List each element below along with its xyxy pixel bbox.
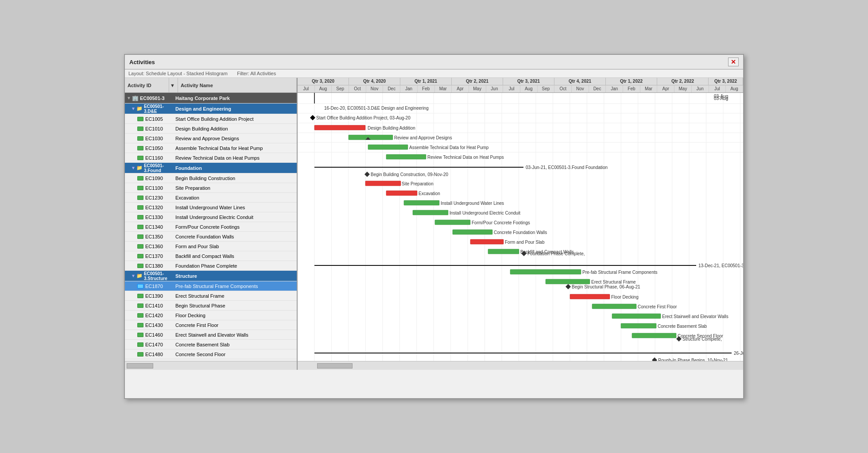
svg-text:Design Building Addition: Design Building Addition (368, 126, 415, 131)
list-item[interactable]: EC1870 Pre-fab Structural Frame Componen… (125, 281, 297, 291)
column-headers: Activity ID ▼ Activity Name (125, 78, 297, 93)
activity-list[interactable]: ▼ 🏢 EC00501-3 Haitang Corporate Park ▼ 📁… (125, 93, 297, 361)
svg-text:03-Jun-21, EC00501-3.Found  Fo: 03-Jun-21, EC00501-3.Found Foundation (526, 165, 608, 170)
svg-rect-31 (413, 210, 448, 215)
filter-label: Filter: All Activities (237, 71, 276, 76)
window-title: Activities (129, 59, 155, 65)
svg-text:Erect Structural Frame: Erect Structural Frame (591, 280, 636, 284)
list-item[interactable]: EC1330 Install Underground Electric Cond… (125, 212, 297, 222)
close-button[interactable]: ✕ (728, 58, 739, 66)
list-item[interactable]: EC1380 Foundation Phase Complete (125, 261, 297, 271)
svg-text:Review Technical Data on Heat : Review Technical Data on Heat Pumps (427, 155, 504, 160)
svg-rect-39 (488, 249, 519, 254)
horizontal-scrollbar-right[interactable] (298, 361, 743, 370)
svg-text:Structure Complete,: Structure Complete, (682, 337, 722, 342)
month-label: Sep (332, 85, 349, 92)
list-item[interactable]: EC1470 Concrete Basement Slab (125, 340, 297, 349)
svg-text:Review and Approve Designs: Review and Approve Designs (394, 135, 452, 140)
month-label: Mar (640, 85, 658, 92)
list-item[interactable]: EC1230 Excavation (125, 193, 297, 203)
svg-rect-59 (632, 333, 676, 338)
list-item[interactable]: EC1100 Site Preparation (125, 183, 297, 193)
svg-text:Floor Decking: Floor Decking (611, 295, 639, 299)
svg-text:Pre-fab Structural Frame Compo: Pre-fab Structural Frame Components (582, 270, 658, 275)
list-item[interactable]: EC1340 Form/Pour Concrete Footings (125, 222, 297, 232)
svg-rect-12 (314, 125, 365, 130)
quarter-row: Qtr 3, 2020 Qtr 4, 2020 Qtr 1, 2021 Qtr … (298, 78, 743, 85)
list-item[interactable]: EC1010 Design Building Addition (125, 124, 297, 134)
svg-text:Foundation Phase Complete,: Foundation Phase Complete, (527, 251, 585, 256)
svg-text:Concrete First Floor: Concrete First Floor (638, 304, 677, 309)
list-item[interactable]: ▼ 📁 EC00501-3.Structure Structure (125, 271, 297, 281)
svg-text:13-Dec-21, EC00501-3.Structure: 13-Dec-21, EC00501-3.Structure Structure (698, 263, 743, 268)
quarter-label: Qtr 1, 2022 (606, 78, 657, 85)
svg-text:Concrete Foundation Walls: Concrete Foundation Walls (494, 230, 547, 235)
col-header-id: Activity ID (125, 78, 169, 92)
svg-text:Start Office Building Addition: Start Office Building Addition Project, … (316, 115, 411, 120)
list-item[interactable]: EC1420 Floor Decking (125, 311, 297, 320)
list-item[interactable]: EC1160 Review Technical Data on Heat Pum… (125, 153, 297, 163)
month-label: Apr (657, 85, 674, 92)
gantt-panel: Qtr 3, 2020 Qtr 4, 2020 Qtr 1, 2021 Qtr … (298, 78, 743, 370)
list-item[interactable]: EC1005 Start Office Building Addition Pr… (125, 114, 297, 124)
month-label: Oct (349, 85, 366, 92)
sort-arrow[interactable]: ▼ (169, 78, 178, 92)
list-item[interactable]: EC1460 Erect Stairwell and Elevator Wall… (125, 330, 297, 340)
svg-rect-27 (386, 191, 417, 196)
month-label: Jul (503, 85, 520, 92)
list-item[interactable]: EC1370 Backfill and Compact Walls (125, 251, 297, 261)
list-item[interactable]: EC1480 Concrete Second Floor (125, 349, 297, 359)
list-item[interactable]: ▼ 🏢 EC00501-3 Haitang Corporate Park (125, 93, 297, 104)
list-item[interactable]: EC1390 Erect Structural Frame (125, 291, 297, 301)
horizontal-scrollbar-left[interactable] (125, 361, 297, 370)
month-label: May (469, 85, 486, 92)
gantt-header: Qtr 3, 2020 Qtr 4, 2020 Qtr 1, 2021 Qtr … (298, 78, 743, 93)
svg-text:Install Underground Electric C: Install Underground Electric Conduit (450, 211, 520, 215)
month-label: Feb (623, 85, 640, 92)
svg-text:Concrete Basement Slab: Concrete Basement Slab (658, 324, 707, 329)
svg-text:Begin Building Construction, 0: Begin Building Construction, 09-Nov-20 (371, 172, 449, 177)
month-label: Jul (298, 85, 315, 92)
list-item[interactable]: EC1360 Form and Pour Slab (125, 242, 297, 251)
quarter-label: Qtr 4, 2021 (554, 78, 606, 85)
month-label: Apr (452, 85, 469, 92)
gantt-body[interactable]: 03-Aug 16-Dec-20, EC00501-3.D&E Design a… (298, 93, 743, 361)
month-label: Mar (435, 85, 452, 92)
svg-text:Rough-In Phase Begins, 10-Nov-: Rough-In Phase Begins, 10-Nov-21 (658, 358, 728, 361)
month-label: Jul (709, 85, 726, 92)
month-label: Oct (554, 85, 572, 92)
svg-rect-51 (570, 294, 610, 299)
toolbar: Layout: Schedule Layout - Stacked Histog… (125, 69, 743, 78)
col-header-name: Activity Name (178, 78, 297, 92)
list-item[interactable]: EC1090 Begin Building Construction (125, 173, 297, 183)
svg-text:Site Preparation: Site Preparation (402, 181, 434, 186)
svg-text:26-Jul-22,: 26-Jul-22, (734, 351, 743, 356)
month-label: Jan (400, 85, 418, 92)
svg-rect-47 (546, 279, 590, 284)
list-item[interactable]: EC1350 Concrete Foundation Walls (125, 232, 297, 242)
quarter-label: Qtr 2, 2021 (452, 78, 503, 85)
layout-label: Layout: Schedule Layout - Stacked Histog… (128, 71, 228, 76)
quarter-label: Qtr 1, 2021 (400, 78, 452, 85)
list-item[interactable]: EC1430 Concrete First Floor (125, 320, 297, 330)
month-label: Aug (315, 85, 332, 92)
svg-rect-35 (453, 230, 492, 234)
main-area: Activity ID ▼ Activity Name ▼ 🏢 EC00501-… (125, 78, 743, 370)
month-label: Dec (589, 85, 606, 92)
list-item[interactable]: EC1050 Assemble Technical Data for Heat … (125, 143, 297, 153)
svg-rect-1 (298, 93, 743, 361)
list-item[interactable]: ▼ 📁 EC00501-3.D&E Design and Engineering (125, 104, 297, 114)
month-label: Jan (606, 85, 623, 92)
month-row: Jul Aug Sep Oct Nov Dec Jan Feb Mar Apr … (298, 85, 743, 92)
svg-text:Erect Stairwell and Elevator W: Erect Stairwell and Elevator Walls (662, 314, 728, 319)
title-bar: Activities ✕ (125, 55, 743, 69)
list-item[interactable]: EC1320 Install Underground Water Lines (125, 203, 297, 212)
svg-rect-14 (349, 135, 393, 140)
svg-text:Form and Pour Slab: Form and Pour Slab (505, 240, 545, 245)
month-label: Dec (383, 85, 400, 92)
list-item[interactable]: EC1030 Review and Approve Designs (125, 134, 297, 143)
quarter-label: Qtr 3, 2021 (503, 78, 554, 85)
list-item[interactable]: ▼ 📁 EC00501-3.Found Foundation (125, 163, 297, 173)
list-item[interactable]: EC1410 Begin Structural Phase (125, 301, 297, 311)
svg-text:16-Dec-20, EC00501-3.D&E  Desi: 16-Dec-20, EC00501-3.D&E Design and Engi… (324, 106, 429, 111)
